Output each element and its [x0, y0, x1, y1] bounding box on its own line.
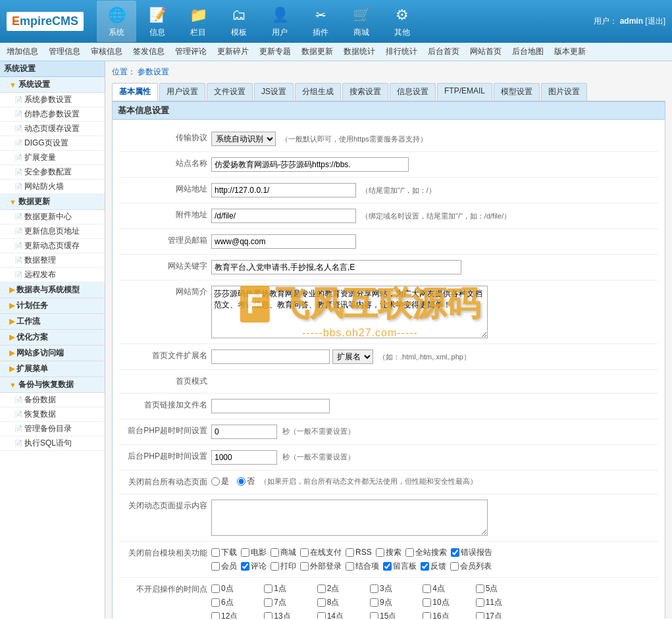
input-keywords[interactable] — [211, 260, 461, 274]
nav-other[interactable]: ⚙ 其他 — [382, 1, 422, 42]
time-2[interactable]: 2点 — [317, 583, 369, 594]
input-email[interactable] — [211, 234, 356, 249]
topnav-issue-info[interactable]: 签发信息 — [133, 46, 165, 57]
sidebar-item-sys-params[interactable]: 📄 系统参数设置 — [0, 93, 105, 107]
nav-col[interactable]: 📁 栏目 — [178, 1, 218, 42]
radio-input-no[interactable] — [237, 477, 246, 486]
cb-rss[interactable]: RSS — [346, 548, 372, 557]
time-0[interactable]: 0点 — [211, 583, 263, 594]
sidebar-item-digg[interactable]: 📄 DIGG页设置 — [0, 136, 105, 151]
time-9[interactable]: 9点 — [370, 597, 421, 608]
input-backend-timeout[interactable] — [211, 450, 277, 465]
sidebar-group-optimize-title[interactable]: ▶ 优化方案 — [0, 330, 105, 346]
nav-info[interactable]: 📝 信息 — [138, 1, 177, 42]
nav-plugin[interactable]: ✂ 插件 — [301, 1, 340, 42]
sidebar-group-data-title[interactable]: ▼ 数据更新 — [0, 194, 105, 210]
tab-file[interactable]: 文件设置 — [207, 83, 253, 101]
tab-user[interactable]: 用户设置 — [159, 83, 205, 101]
radio-no[interactable]: 否 — [237, 476, 255, 487]
logout-link[interactable]: [退出] — [645, 16, 665, 26]
input-attachurl[interactable] — [211, 209, 356, 223]
tab-group[interactable]: 分组生成 — [295, 83, 341, 101]
select-ext[interactable]: 扩展名 .html .htm .php — [332, 349, 373, 364]
topnav-backend-map[interactable]: 后台地图 — [512, 46, 544, 57]
cb-movie[interactable]: 电影 — [241, 547, 267, 558]
time-4[interactable]: 4点 — [423, 583, 474, 594]
cb-errreport[interactable]: 错误报告 — [451, 547, 492, 558]
sidebar-item-remote-pub[interactable]: 📄 远程发布 — [0, 268, 105, 282]
cb-extlogin[interactable]: 外部登录 — [300, 561, 342, 572]
input-homelink[interactable] — [211, 399, 330, 413]
cb-guestbook[interactable]: 留言板 — [383, 561, 417, 572]
time-17[interactable]: 17点 — [476, 611, 527, 619]
cb-shop[interactable]: 商城 — [271, 547, 296, 558]
topnav-update-snippets[interactable]: 更新碎片 — [217, 46, 249, 57]
select-protocol[interactable]: 系统自动识别 http https — [211, 132, 276, 146]
sidebar-item-backup-data[interactable]: 📄 备份数据 — [0, 393, 105, 407]
tab-ftp[interactable]: FTP/EMAIL — [437, 83, 492, 101]
nav-sys[interactable]: 🌐 系统 — [97, 1, 136, 42]
nav-shop[interactable]: 🛒 商城 — [342, 1, 381, 42]
input-siteurl[interactable] — [211, 183, 356, 197]
cb-feedback[interactable]: 反馈 — [421, 561, 446, 572]
sidebar-title[interactable]: 系统设置 — [0, 61, 105, 77]
tab-model[interactable]: 模型设置 — [494, 83, 540, 101]
sidebar-group-tasks-title[interactable]: ▶ 计划任务 — [0, 298, 105, 314]
tab-image[interactable]: 图片设置 — [541, 83, 587, 101]
cb-download[interactable]: 下载 — [211, 547, 237, 558]
topnav-version-update[interactable]: 版本更新 — [554, 46, 586, 57]
time-15[interactable]: 15点 — [370, 611, 421, 619]
topnav-data-stats[interactable]: 数据统计 — [344, 46, 375, 57]
sidebar-item-data-center[interactable]: 📄 数据更新中心 — [0, 210, 105, 224]
sidebar-item-cache[interactable]: 📄 动态页缓存设置 — [0, 122, 105, 136]
sidebar-group-multisite-title[interactable]: ▶ 网站多访问端 — [0, 346, 105, 361]
time-10[interactable]: 10点 — [423, 597, 474, 608]
tab-js[interactable]: JS设置 — [254, 83, 294, 101]
sidebar-group-extmenu-title[interactable]: ▶ 扩展菜单 — [0, 361, 105, 377]
time-5[interactable]: 5点 — [476, 583, 527, 594]
time-3[interactable]: 3点 — [370, 583, 421, 594]
input-sitename[interactable] — [211, 157, 409, 172]
topnav-site-home[interactable]: 网站首页 — [470, 46, 502, 57]
sidebar-item-ext-var[interactable]: 📄 扩展变量 — [0, 151, 105, 165]
radio-input-yes[interactable] — [211, 477, 220, 486]
sidebar-item-update-dyn[interactable]: 📄 更新动态页缓存 — [0, 239, 105, 253]
time-11[interactable]: 11点 — [476, 597, 527, 608]
nav-user[interactable]: 👤 用户 — [260, 1, 299, 42]
time-13[interactable]: 13点 — [264, 611, 315, 619]
topnav-backend-home[interactable]: 后台首页 — [428, 46, 459, 57]
input-frontend-timeout[interactable] — [211, 425, 277, 439]
nav-tpl[interactable]: 🗂 模板 — [219, 1, 259, 42]
tab-info[interactable]: 信息设置 — [390, 83, 436, 101]
time-14[interactable]: 14点 — [317, 611, 369, 619]
topnav-data-update[interactable]: 数据更新 — [301, 46, 333, 57]
sidebar-item-static-params[interactable]: 📄 仿静态参数设置 — [0, 107, 105, 122]
sidebar-item-backup-dir[interactable]: 📄 管理备份目录 — [0, 422, 105, 436]
topnav-add-info[interactable]: 增加信息 — [7, 46, 38, 57]
cb-memberlist[interactable]: 会员列表 — [450, 561, 492, 572]
topnav-audit-info[interactable]: 审核信息 — [91, 46, 122, 57]
cb-search[interactable]: 搜索 — [376, 547, 401, 558]
textarea-close-hint[interactable] — [211, 500, 488, 536]
cb-comment[interactable]: 评论 — [241, 561, 267, 572]
sidebar-group-backup-title[interactable]: ▼ 备份与恢复数据 — [0, 377, 105, 393]
time-8[interactable]: 8点 — [317, 597, 369, 608]
topnav-rank-stats[interactable]: 排行统计 — [386, 46, 417, 57]
radio-yes[interactable]: 是 — [211, 476, 229, 487]
sidebar-item-update-pages[interactable]: 📄 更新信息页地址 — [0, 224, 105, 239]
topnav-manage-comment[interactable]: 管理评论 — [175, 46, 207, 57]
tab-basic[interactable]: 基本属性 — [112, 83, 158, 101]
time-6[interactable]: 6点 — [211, 597, 263, 608]
time-7[interactable]: 7点 — [264, 597, 315, 608]
sidebar-group-workflow-title[interactable]: ▶ 工作流 — [0, 314, 105, 330]
cb-member[interactable]: 会员 — [211, 561, 237, 572]
sidebar-item-firewall[interactable]: 📄 网站防火墙 — [0, 180, 105, 194]
tab-search[interactable]: 搜索设置 — [342, 83, 388, 101]
sidebar-item-sql[interactable]: 📄 执行SQL语句 — [0, 436, 105, 451]
topnav-manage-info[interactable]: 管理信息 — [49, 46, 80, 57]
time-12[interactable]: 12点 — [211, 611, 263, 619]
sidebar-group-sys-title[interactable]: ▼ 系统设置 — [0, 77, 105, 93]
sidebar-item-restore[interactable]: 📄 恢复数据 — [0, 407, 105, 422]
cb-print[interactable]: 打印 — [271, 561, 296, 572]
time-1[interactable]: 1点 — [264, 583, 315, 594]
